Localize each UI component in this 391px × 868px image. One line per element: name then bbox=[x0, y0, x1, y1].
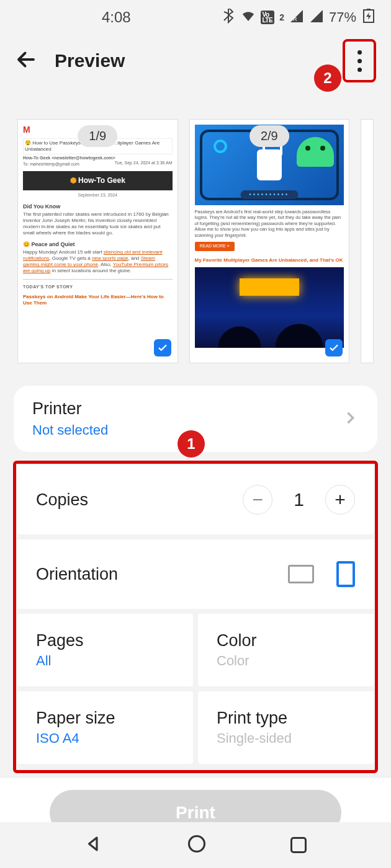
paper-size-label: Paper size bbox=[36, 709, 174, 728]
topstory-title: Passkeys on Android Make Your Life Easie… bbox=[23, 294, 173, 306]
printer-label: Printer bbox=[32, 399, 108, 418]
newsletter-banner: ⬢ How-To Geek bbox=[23, 171, 173, 190]
signal-icon-2 bbox=[309, 9, 324, 27]
print-type-value: Single-sided bbox=[217, 730, 355, 746]
page-selected-check-icon[interactable] bbox=[154, 339, 171, 356]
orientation-row: Orientation bbox=[17, 539, 374, 609]
peace-body: Happy Monday! Android 15 will start sile… bbox=[23, 249, 173, 274]
color-value: Color bbox=[217, 653, 355, 669]
orientation-portrait-toggle[interactable] bbox=[336, 561, 355, 587]
page-selected-check-icon[interactable] bbox=[325, 339, 343, 356]
copies-decrement-button[interactable]: − bbox=[243, 485, 272, 515]
status-bar: 4:08 VoLTE 2 R 77% bbox=[0, 0, 391, 35]
svg-text:R: R bbox=[293, 16, 297, 22]
pages-selector[interactable]: Pages All bbox=[17, 614, 193, 686]
gmail-icon: M bbox=[23, 125, 30, 136]
printer-value: Not selected bbox=[32, 422, 108, 438]
bluetooth-icon bbox=[221, 9, 236, 27]
battery-charging-icon bbox=[361, 9, 376, 27]
wifi-icon bbox=[241, 9, 256, 27]
article-image-2 bbox=[195, 267, 344, 348]
section-didyouknow: Did You Know bbox=[23, 203, 173, 210]
battery-percent: 77% bbox=[329, 9, 356, 25]
svg-point-3 bbox=[189, 836, 205, 852]
pages-label: Pages bbox=[36, 631, 174, 650]
nav-recents-button[interactable] bbox=[290, 837, 307, 853]
color-selector[interactable]: Color Color bbox=[198, 614, 374, 686]
pages-value: All bbox=[36, 653, 174, 669]
read-more-button: READ MORE » bbox=[195, 242, 235, 251]
copies-value: 1 bbox=[294, 489, 304, 510]
newsletter-date: September 23, 2024 bbox=[23, 193, 173, 198]
copies-row: Copies − 1 + bbox=[17, 465, 374, 534]
article-excerpt: Passkeys are Android's first real-world … bbox=[195, 209, 344, 238]
volte-badge: VoLTE bbox=[261, 11, 275, 24]
paper-size-selector[interactable]: Paper size ISO A4 bbox=[17, 691, 193, 764]
copies-label: Copies bbox=[36, 490, 88, 510]
orientation-landscape-toggle[interactable] bbox=[288, 565, 314, 583]
svg-rect-2 bbox=[367, 9, 371, 10]
date-meta: Tue, Sep 24, 2024 at 3:36 AM bbox=[115, 161, 173, 166]
print-options-highlighted: Copies − 1 + Orientation Pages All Color… bbox=[13, 461, 378, 773]
copies-increment-button[interactable]: + bbox=[325, 485, 355, 515]
page-thumbnail-strip[interactable]: 1/9 M 😲 How to Use Passkeys on Your An… … bbox=[0, 119, 391, 363]
print-type-label: Print type bbox=[217, 709, 355, 728]
page-indicator: 1/9 bbox=[78, 125, 117, 147]
didyouknow-body: The first patented roller skates were in… bbox=[23, 211, 173, 236]
page-thumbnail-2[interactable]: 2/9 •••••••••• Passkeys are Android's fi… bbox=[189, 119, 350, 363]
color-label: Color bbox=[217, 631, 355, 650]
back-button[interactable] bbox=[15, 48, 37, 73]
nav-back-button[interactable] bbox=[84, 835, 103, 856]
orientation-label: Orientation bbox=[36, 565, 118, 584]
from-line: How-To Geek <newsletter@howtogeek.com> bbox=[23, 156, 115, 160]
system-nav-bar bbox=[0, 822, 391, 868]
annotation-badge-2: 2 bbox=[314, 64, 341, 92]
annotation-badge-1: 1 bbox=[178, 430, 205, 458]
page-thumbnail-3-peek[interactable] bbox=[361, 119, 374, 363]
paper-size-value: ISO A4 bbox=[36, 730, 174, 746]
status-time: 4:08 bbox=[102, 9, 131, 26]
print-type-selector[interactable]: Print type Single-sided bbox=[198, 691, 374, 764]
article-title-2: My Favorite Multiplayer Games Are Unbala… bbox=[195, 257, 344, 264]
topstory-hdr: TODAY'S TOP STORY bbox=[23, 285, 173, 290]
page-thumbnail-1[interactable]: 1/9 M 😲 How to Use Passkeys on Your An… … bbox=[17, 119, 178, 363]
page-indicator: 2/9 bbox=[249, 125, 289, 147]
more-menu-button[interactable] bbox=[343, 39, 376, 82]
signal-icon-1: R bbox=[289, 9, 304, 27]
chevron-right-icon bbox=[341, 409, 359, 429]
section-peace: 😊 Peace and Quiet bbox=[23, 241, 173, 248]
nav-home-button[interactable] bbox=[187, 835, 206, 856]
page-title: Preview bbox=[55, 50, 125, 71]
more-vertical-icon bbox=[357, 50, 362, 72]
